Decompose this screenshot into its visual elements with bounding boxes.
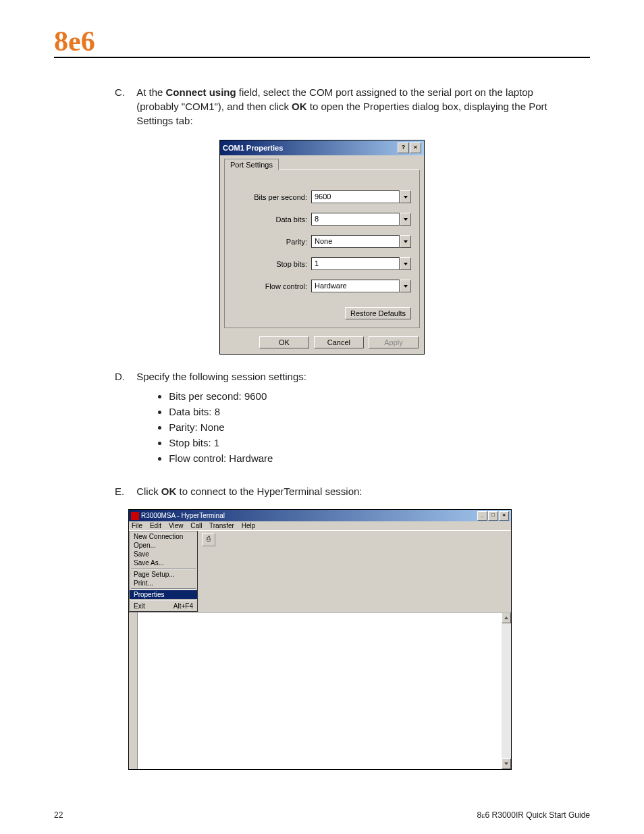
label-flow-control: Flow control: — [233, 282, 311, 290]
step-c: C. At the Connect using field, select th… — [115, 85, 590, 128]
list-item: Data bits: 8 — [169, 405, 568, 419]
tab-panel: Bits per second: 9600 Data bits: 8 Parit… — [224, 170, 420, 328]
menu-item-exit[interactable]: Exit Alt+F4 — [130, 602, 197, 610]
page-header: 8e6 — [54, 27, 590, 58]
hyper-titlebar: R3000MSA - HyperTerminal _ □ × — [129, 510, 511, 521]
menu-item-new-connection[interactable]: New Connection — [130, 532, 197, 541]
step-d-letter: D. — [115, 369, 134, 384]
terminal-content — [129, 612, 511, 769]
maximize-button[interactable]: □ — [488, 511, 498, 521]
select-data-bits[interactable]: 8 — [311, 213, 411, 226]
menu-item-properties[interactable]: Properties — [130, 590, 197, 599]
guide-name: 8e6 R3000IR Quick Start Guide — [477, 810, 590, 820]
toolbar: ⎙ — [198, 531, 511, 612]
menubar: File Edit View Call Transfer Help — [129, 521, 511, 530]
app-icon — [131, 512, 139, 520]
menu-file[interactable]: File — [132, 522, 142, 529]
dropdown-icon[interactable] — [400, 213, 411, 226]
list-item: Bits per second: 9600 — [169, 389, 568, 403]
menu-separator — [131, 568, 196, 569]
menu-call[interactable]: Call — [190, 522, 202, 529]
close-button[interactable]: × — [410, 142, 421, 153]
figure-com1-properties: COM1 Properties ? × Port Settings Bits p… — [54, 140, 590, 355]
list-item: Parity: None — [169, 420, 568, 434]
dropdown-icon[interactable] — [400, 235, 411, 248]
dialog-title: COM1 Properties — [223, 144, 397, 152]
menu-help[interactable]: Help — [242, 522, 256, 529]
list-item: Flow control: Hardware — [169, 451, 568, 465]
step-e-body: Click OK to connect to the HyperTerminal… — [136, 484, 568, 498]
list-item: Stop bits: 1 — [169, 436, 568, 450]
menu-item-page-setup[interactable]: Page Setup... — [130, 570, 197, 579]
settings-list: Bits per second: 9600 Data bits: 8 Parit… — [169, 389, 568, 465]
menu-transfer[interactable]: Transfer — [209, 522, 234, 529]
menu-item-open[interactable]: Open... — [130, 541, 197, 550]
step-d-body: Specify the following session settings: … — [136, 369, 568, 475]
file-dropdown: New Connection Open... Save Save As... P… — [129, 531, 198, 612]
terminal-viewport[interactable] — [138, 613, 502, 769]
select-bits-per-second[interactable]: 9600 — [311, 190, 411, 203]
label-bits-per-second: Bits per second: — [233, 193, 311, 201]
page-footer: 22 8e6 R3000IR Quick Start Guide — [54, 810, 590, 820]
label-data-bits: Data bits: — [233, 215, 311, 224]
step-d: D. Specify the following session setting… — [115, 369, 590, 475]
hyper-title: R3000MSA - HyperTerminal — [141, 512, 477, 519]
left-gutter — [129, 613, 138, 769]
cancel-button[interactable]: Cancel — [314, 336, 364, 348]
menu-item-save-as[interactable]: Save As... — [130, 558, 197, 567]
figure-hyperterminal: R3000MSA - HyperTerminal _ □ × File Edit… — [128, 509, 590, 770]
help-button[interactable]: ? — [398, 142, 409, 153]
scroll-up-button[interactable] — [502, 613, 511, 623]
page-number: 22 — [54, 810, 63, 820]
dropdown-icon[interactable] — [400, 257, 411, 270]
step-e: E. Click OK to connect to the HyperTermi… — [115, 484, 590, 498]
select-flow-control[interactable]: Hardware — [311, 280, 411, 292]
minimize-button[interactable]: _ — [477, 511, 487, 521]
com1-dialog: COM1 Properties ? × Port Settings Bits p… — [219, 140, 425, 355]
label-parity: Parity: — [233, 238, 311, 246]
menu-item-save[interactable]: Save — [130, 550, 197, 558]
scroll-down-button[interactable] — [502, 758, 511, 769]
dropdown-icon[interactable] — [400, 280, 411, 292]
menu-separator — [131, 600, 196, 601]
label-stop-bits: Stop bits: — [233, 260, 311, 268]
select-stop-bits[interactable]: 1 — [311, 257, 411, 270]
menu-item-print[interactable]: Print... — [130, 579, 197, 588]
step-c-body: At the Connect using field, select the C… — [136, 85, 568, 128]
menu-view[interactable]: View — [169, 522, 184, 529]
select-parity[interactable]: None — [311, 235, 411, 248]
toolbar-area: New Connection Open... Save Save As... P… — [129, 530, 511, 612]
hyperterminal-window: R3000MSA - HyperTerminal _ □ × File Edit… — [128, 509, 512, 770]
step-c-letter: C. — [115, 85, 134, 99]
scroll-track[interactable] — [502, 623, 511, 758]
close-button[interactable]: × — [499, 511, 509, 521]
restore-defaults-button[interactable]: Restore Defaults — [345, 307, 411, 319]
dialog-titlebar: COM1 Properties ? × — [220, 140, 424, 155]
vertical-scrollbar[interactable] — [502, 613, 511, 769]
menu-edit[interactable]: Edit — [150, 522, 161, 529]
step-e-letter: E. — [115, 484, 134, 498]
toolbar-icon[interactable]: ⎙ — [202, 533, 215, 546]
logo: 8e6 — [54, 27, 590, 57]
ok-button[interactable]: OK — [259, 336, 309, 348]
menu-separator — [131, 588, 196, 590]
tab-row: Port Settings — [220, 155, 424, 170]
tab-port-settings[interactable]: Port Settings — [224, 159, 279, 170]
dropdown-icon[interactable] — [400, 190, 411, 203]
apply-button[interactable]: Apply — [369, 336, 419, 348]
